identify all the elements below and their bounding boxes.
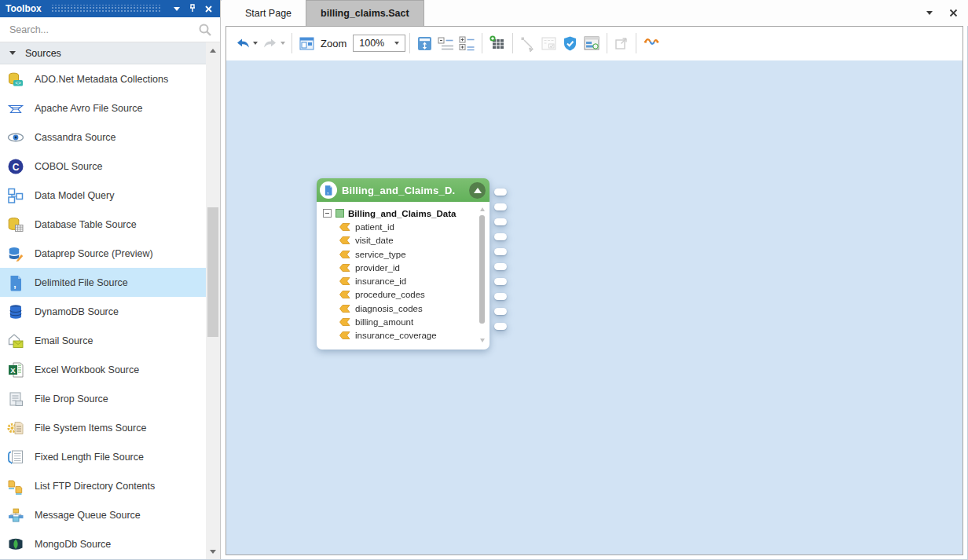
output-port[interactable] xyxy=(494,278,507,285)
field-icon xyxy=(339,277,350,285)
field-row[interactable]: patient_id xyxy=(339,220,475,233)
field-row[interactable]: service_type xyxy=(339,247,475,261)
maximize-view-button[interactable] xyxy=(611,31,632,55)
toolbox-item[interactable]: Database Table Source xyxy=(0,210,206,239)
tab-start-page[interactable]: Start Page xyxy=(231,0,306,26)
dataflow-canvas[interactable]: , Billing_and_Claims_D. Billing_and_Clai… xyxy=(226,60,962,555)
toolbox-item[interactable]: DynamoDB Source xyxy=(0,297,206,326)
node-body: Billing_and_Claims_Data patient_id visit… xyxy=(317,202,490,350)
toolbox-item[interactable]: C COBOL Source xyxy=(0,152,206,181)
tab-list-dropdown-icon[interactable] xyxy=(924,8,935,19)
job-progress-window-button[interactable] xyxy=(581,31,603,55)
field-icon xyxy=(339,331,350,339)
close-tab-icon[interactable] xyxy=(948,8,959,19)
node-scroll-down-icon[interactable] xyxy=(480,339,485,343)
toolbox-item-label: Apache Avro File Source xyxy=(35,103,142,114)
collapse-all-button[interactable] xyxy=(435,31,456,55)
add-table-button[interactable] xyxy=(486,31,508,55)
output-port[interactable] xyxy=(494,263,507,270)
output-port[interactable] xyxy=(494,323,507,330)
toolbox-item[interactable]: X Excel Workbook Source xyxy=(0,355,206,384)
toolbox-item-label: Excel Workbook Source xyxy=(35,364,139,375)
field-label: service_type xyxy=(355,250,406,259)
node-scroll-up-icon[interactable] xyxy=(480,207,485,212)
field-label: patient_id xyxy=(355,222,394,232)
toolbox-item[interactable]: Message Queue Source xyxy=(0,500,206,529)
toolbox-item-label: File Drop Source xyxy=(35,393,108,404)
toolbox-item[interactable]: Data Model Query xyxy=(0,181,206,210)
toolbox-item-label: ADO.Net Metadata Collections xyxy=(35,74,168,85)
dynamodb-icon xyxy=(7,303,24,320)
auto-layout-links-button[interactable] xyxy=(640,31,662,55)
excel-icon: X xyxy=(7,361,24,379)
field-label: diagnosis_codes xyxy=(355,304,423,313)
fit-node-button[interactable] xyxy=(414,31,435,55)
node-header[interactable]: , Billing_and_Claims_D. xyxy=(317,178,490,202)
scrollbar-thumb[interactable] xyxy=(207,207,218,337)
toolbox-item[interactable]: , Delimited File Source xyxy=(0,268,206,297)
source-node[interactable]: , Billing_and_Claims_D. Billing_and_Clai… xyxy=(317,178,490,350)
output-port[interactable] xyxy=(494,188,507,196)
redo-button[interactable] xyxy=(260,31,288,55)
toolbox-scrollbar[interactable] xyxy=(206,42,220,559)
toolbox-item[interactable]: Fixed Length File Source xyxy=(0,442,206,471)
field-row[interactable]: procedure_codes xyxy=(339,288,475,302)
delimited-file-icon: , xyxy=(320,181,337,199)
tree-collapse-icon[interactable] xyxy=(323,209,332,218)
field-row[interactable]: visit_date xyxy=(339,234,475,247)
draw-link-button[interactable] xyxy=(517,31,538,55)
field-icon xyxy=(339,251,350,258)
node-scrollbar[interactable] xyxy=(479,207,486,343)
preview-data-button[interactable] xyxy=(538,31,559,55)
toolbox-item[interactable]: List FTP Directory Contents xyxy=(0,471,206,500)
toolbox-item[interactable]: Dataprep Source (Preview) xyxy=(0,239,206,268)
record-node-icon xyxy=(336,209,344,218)
toolbox-menu-dropdown-icon[interactable] xyxy=(170,2,183,15)
output-port[interactable] xyxy=(494,248,507,255)
avro-icon xyxy=(7,100,24,117)
scroll-down-icon[interactable] xyxy=(206,545,220,558)
field-row[interactable]: insurance_id xyxy=(339,274,475,287)
toolbar-separator xyxy=(482,33,482,53)
field-row[interactable]: provider_id xyxy=(339,261,475,274)
node-collapse-button[interactable] xyxy=(469,182,486,199)
toolbar-separator xyxy=(409,33,410,53)
field-row[interactable]: billing_amount xyxy=(339,315,475,328)
toolbar-separator xyxy=(292,33,292,53)
db-table-icon xyxy=(7,216,24,233)
toolbox-item[interactable]: File Drop Source xyxy=(0,384,206,413)
scroll-up-icon[interactable] xyxy=(206,44,220,57)
node-scrollbar-thumb[interactable] xyxy=(479,215,485,324)
output-port[interactable] xyxy=(494,293,507,300)
dataprep-icon xyxy=(7,245,24,262)
toolbox-items-list: <> ADO.Net Metadata Collections Apache A… xyxy=(0,64,206,558)
toolbox-item[interactable]: Cassandra Source xyxy=(0,123,206,152)
toolbox-item[interactable]: File System Items Source xyxy=(0,413,206,442)
toolbox-item-label: COBOL Source xyxy=(35,161,102,172)
zoom-level-select[interactable]: 100% xyxy=(353,35,405,52)
undo-button[interactable] xyxy=(233,31,260,55)
verify-dataflow-button[interactable] xyxy=(559,31,581,55)
expand-all-button[interactable] xyxy=(456,31,478,55)
output-port[interactable] xyxy=(494,308,507,315)
tab-billing-claims[interactable]: billing_claims.Sact xyxy=(306,0,424,26)
toolbox-item[interactable]: MongoDb Source xyxy=(0,529,206,558)
search-icon[interactable] xyxy=(198,23,212,37)
toolbar-separator xyxy=(607,33,607,53)
layout-options-button[interactable] xyxy=(296,31,317,55)
output-port[interactable] xyxy=(494,218,507,225)
toolbox-item[interactable]: Email Source xyxy=(0,326,206,355)
output-port[interactable] xyxy=(494,203,507,210)
toolbox-item-label: File System Items Source xyxy=(35,423,146,434)
toolbox-item[interactable]: <> ADO.Net Metadata Collections xyxy=(0,64,206,93)
node-root-row[interactable]: Billing_and_Claims_Data xyxy=(323,207,475,220)
collapse-triangle-icon xyxy=(474,188,482,193)
close-icon[interactable] xyxy=(202,2,214,15)
field-row[interactable]: insurance_coverage xyxy=(339,329,475,342)
field-row[interactable]: diagnosis_codes xyxy=(339,302,475,315)
sources-section-header[interactable]: Sources xyxy=(0,42,206,64)
toolbox-item[interactable]: Apache Avro File Source xyxy=(0,93,206,123)
output-port[interactable] xyxy=(494,233,507,240)
search-input[interactable] xyxy=(8,24,198,36)
pin-icon[interactable] xyxy=(186,2,199,15)
